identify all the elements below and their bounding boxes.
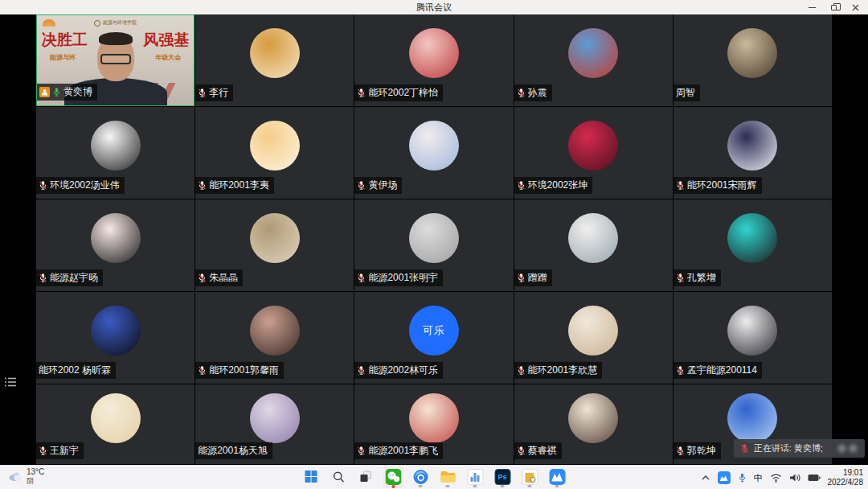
mic-muted-icon (517, 180, 526, 191)
taskbar-file-explorer-icon[interactable] (438, 467, 458, 488)
participant-tile[interactable]: 能环2001宋雨辉 (674, 107, 832, 199)
participant-tile[interactable]: 蔡睿祺 (514, 384, 673, 464)
taskbar-photoshop-icon[interactable]: Ps (493, 467, 513, 488)
taskbar-photos-icon[interactable] (465, 467, 485, 488)
participant-tile[interactable]: 环境2002汤业伟 (36, 107, 194, 199)
tray-ime-indicator[interactable]: 中 (754, 472, 763, 484)
mic-muted-icon (39, 180, 47, 191)
photoshop-icon: Ps (494, 469, 510, 485)
taskbar-wechat-icon[interactable] (383, 467, 403, 488)
tray-wifi-icon[interactable] (770, 473, 782, 483)
mic-muted-icon (517, 365, 526, 376)
tray-battery-icon[interactable] (808, 474, 821, 482)
participant-name: 孙震 (528, 86, 547, 100)
avatar (409, 121, 459, 171)
participant-tile[interactable]: 孙震 (514, 14, 673, 106)
avatar (568, 393, 618, 443)
participant-tile[interactable]: 周智 (674, 14, 832, 106)
mic-muted-icon (676, 446, 685, 456)
participant-name-label: 黄伊场 (354, 177, 402, 194)
maximize-button[interactable] (823, 0, 845, 14)
participant-tile[interactable]: 蹭蹭 (514, 199, 673, 291)
search-icon (330, 468, 347, 485)
windows-taskbar: 13°C 阴 (0, 465, 868, 489)
participant-name: 蹭蹭 (528, 271, 547, 285)
participant-name-label: 郭乾坤 (674, 442, 721, 459)
participant-tile[interactable]: 环境2002张坤 (514, 107, 673, 199)
participant-tile[interactable]: 能源2001张明宇 (354, 199, 513, 291)
participant-tile[interactable]: 孔繁增 (674, 199, 832, 291)
participant-tile[interactable]: 能环2002丁梓怡 (354, 14, 513, 106)
avatar (91, 213, 141, 263)
weather-temp: 13°C (27, 467, 44, 477)
mic-muted-icon (517, 446, 526, 456)
avatar (250, 121, 300, 171)
window-title: 腾讯会议 (416, 2, 452, 14)
participant-name: 黄奕博 (63, 85, 92, 99)
avatar (250, 306, 300, 355)
participant-name: 朱晶晶 (209, 271, 238, 285)
participant-tile[interactable]: 能源2001杨天旭 (195, 384, 354, 464)
avatar (568, 306, 618, 355)
tray-meeting-icon[interactable] (718, 471, 731, 484)
weather-condition: 阴 (27, 477, 44, 485)
mic-muted-icon (198, 365, 207, 376)
participant-name: 黄伊场 (368, 179, 397, 192)
mic-muted-icon (39, 273, 47, 283)
participant-name: 郭乾坤 (687, 444, 716, 458)
tray-volume-icon[interactable] (789, 473, 800, 483)
start-button[interactable] (301, 467, 321, 488)
avatar (91, 306, 141, 355)
participant-tile[interactable]: 可乐 能源2002林可乐 (354, 292, 513, 384)
participant-tile[interactable]: 能环2002 杨昕霖 (36, 292, 194, 384)
participant-tile[interactable]: 能环2001李欣慧 (514, 292, 673, 384)
participant-name: 环境2002汤业伟 (50, 179, 120, 192)
avatar (250, 28, 300, 78)
search-button[interactable] (329, 467, 349, 488)
participant-name: 王新宇 (50, 444, 79, 458)
sidebar-toggle-icon[interactable] (4, 376, 17, 391)
task-view-button[interactable] (356, 467, 376, 488)
participant-name-label: 李行 (195, 84, 233, 101)
participant-tile[interactable]: 王新宇 (36, 384, 194, 464)
participant-tile[interactable]: 李行 (195, 14, 354, 106)
participant-tile[interactable]: 能环2001郭馨雨 (195, 292, 354, 384)
participant-name: 能环2001郭馨雨 (209, 364, 279, 377)
participant-name-label: 黄奕博 (37, 84, 97, 101)
mic-muted-icon (357, 273, 366, 283)
taskbar-tencent-meeting-icon[interactable] (547, 467, 567, 488)
tray-microphone-icon[interactable] (738, 472, 747, 483)
participant-name-label: 朱晶晶 (195, 269, 243, 286)
participant-name: 能源2001杨天旭 (198, 444, 268, 458)
close-button[interactable] (845, 0, 866, 14)
participant-name: 蔡睿祺 (528, 444, 557, 458)
participant-tile[interactable]: 能源与环境学院 决胜工 风强基 能源与环 年级大会 黄奕博 (36, 14, 194, 106)
participant-tile[interactable]: 能源2001李鹏飞 (354, 384, 513, 464)
participant-tile[interactable]: 能源赵宇旸 (36, 199, 194, 291)
avatar (409, 393, 459, 443)
participant-tile[interactable]: 孟宇能源200114 (674, 292, 832, 384)
tray-chevron-up-icon[interactable] (701, 474, 710, 482)
speaking-toast: 正在讲话: 黄奕博; (734, 439, 865, 458)
participant-tile[interactable]: 黄伊场 (354, 107, 513, 199)
participant-name: 孟宇能源200114 (687, 364, 757, 377)
tray-clock[interactable]: 19:01 2022/4/28 (828, 468, 864, 487)
participant-tile[interactable]: 朱晶晶 (195, 199, 354, 291)
mic-muted-icon (676, 180, 685, 191)
participant-name-label: 蹭蹭 (514, 269, 552, 286)
avatar (409, 28, 459, 78)
participant-name: 李行 (209, 86, 228, 100)
window-controls (801, 0, 866, 14)
taskbar-weather-widget[interactable]: 13°C 阴 (8, 467, 44, 485)
participant-name: 孔繁增 (687, 271, 716, 285)
tencent-meeting-icon (718, 471, 731, 484)
taskbar-dictionary-icon[interactable] (520, 467, 540, 488)
avatar (250, 393, 300, 443)
minimize-button[interactable] (801, 0, 823, 14)
mic-muted-icon (198, 180, 207, 191)
mic-muted-icon (39, 446, 47, 456)
participant-name-label: 能源2001李鹏飞 (354, 442, 443, 459)
participant-tile[interactable]: 能环2001李夷 (195, 107, 354, 199)
taskbar-browser-icon[interactable] (411, 467, 431, 488)
mic-muted-icon (676, 273, 685, 283)
